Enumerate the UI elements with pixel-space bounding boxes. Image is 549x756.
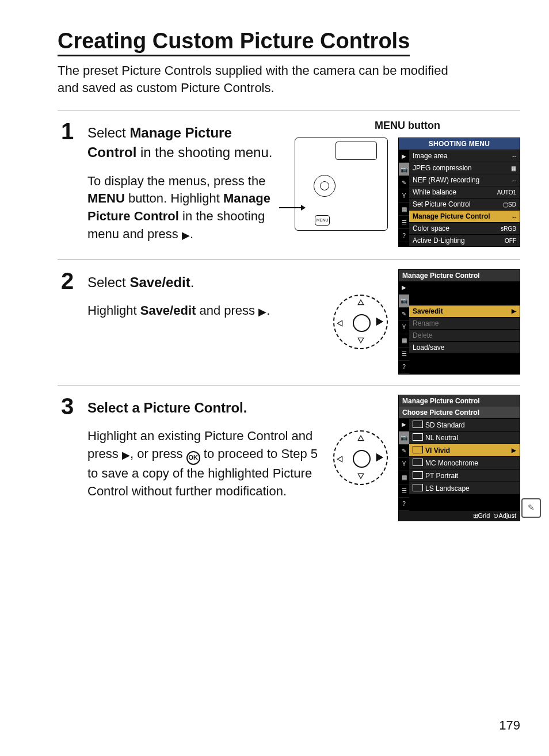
pc-name: Neutral: [436, 434, 458, 442]
lcd-side-icon: ▶: [399, 281, 409, 295]
text: in the shooting menu.: [136, 144, 272, 160]
text: , or press: [130, 446, 186, 461]
step-1-number: 1: [58, 120, 77, 143]
lcd-menu-row: White balanceAUTO1: [409, 186, 520, 198]
lcd-side-icon: ✎: [399, 445, 409, 458]
lcd-menu-row: NEF (RAW) recording--: [409, 174, 520, 186]
intro-text: The preset Picture Controls supplied wit…: [58, 62, 460, 96]
lcd-side-icon: Y: [399, 458, 409, 471]
lcd3-subtitle: Choose Picture Control: [399, 407, 520, 418]
page-title: Creating Custom Picture Controls: [58, 29, 410, 56]
lcd-manage-picture-control: Manage Picture Control ▶📷✎Y▦☰? Save/edit…: [398, 269, 520, 375]
lcd-menu-row: Manage Picture Control--: [409, 210, 520, 222]
lcd-row-label: Active D-Lighting: [413, 236, 465, 245]
lcd-side-icon: ▶: [399, 150, 409, 163]
footer-adjust: ⊙Adjust: [493, 512, 516, 519]
pc-code: LS: [425, 484, 436, 492]
text: Select: [87, 125, 129, 140]
lcd-row-arrow: ▶: [512, 447, 516, 453]
text: .: [190, 227, 193, 241]
lcd-side-icon: ▶: [399, 418, 409, 432]
lcd-side-icon: ?: [399, 229, 409, 242]
lcd-row-value: ▢SD: [503, 201, 516, 208]
divider: [58, 385, 520, 385]
step-1-paragraph: To display the menus, press the MENU but…: [87, 173, 283, 243]
picture-control-icon: [413, 446, 423, 453]
lcd-menu-row: VI Vivid▶: [409, 444, 520, 456]
lcd-row-value: ▦: [511, 165, 516, 171]
lcd-side-icon: 📷: [399, 295, 409, 308]
lcd-side-icon: ☰: [399, 216, 409, 229]
text: Highlight: [87, 303, 140, 318]
lcd-side-icon: ✎: [399, 308, 409, 321]
lcd-side-icons: ▶📷✎Y▦☰?: [399, 418, 409, 511]
lcd-menu-row: PT Portrait: [409, 469, 520, 482]
pc-code: MC: [425, 459, 438, 467]
lcd-side-icons: ▶📷✎Y▦☰?: [399, 150, 409, 246]
multi-selector-illustration: [333, 295, 388, 349]
lcd-row-label: Image area: [413, 152, 448, 160]
lcd-side-icon: ☰: [399, 348, 409, 361]
menu-word: MENU: [87, 191, 125, 205]
lcd-menu-row: Active D-LightingOFF: [409, 234, 520, 246]
lcd-side-icon: ▦: [399, 471, 409, 484]
picture-control-icon: [413, 471, 423, 479]
lcd-menu-row: Image area--: [409, 150, 520, 162]
lcd-row-label: Rename: [413, 319, 439, 327]
right-arrow-icon: ▶: [122, 449, 130, 461]
pc-name: Vivid: [434, 446, 450, 455]
step-1: 1 Select Manage Picture Control in the s…: [58, 120, 520, 249]
lcd-menu-row: Load/save: [409, 341, 520, 353]
right-arrow-icon: ▶: [258, 306, 266, 318]
step-2: 2 Select Save/edit. Highlight Save/edit …: [58, 269, 520, 375]
dpad-left-icon: [337, 319, 344, 329]
lcd1-title: SHOOTING MENU: [399, 138, 520, 150]
text-bold: Save/edit: [140, 303, 196, 318]
dpad-left-icon: [337, 455, 344, 465]
step-3-paragraph: Highlight an existing Picture Control an…: [87, 427, 322, 500]
pc-code: SD: [425, 421, 437, 429]
lcd-row-label: PT Portrait: [413, 471, 458, 480]
ok-button-icon: OK: [186, 451, 200, 465]
lcd-menu-row: JPEG compression▦: [409, 162, 520, 174]
lcd-row-label: SD Standard: [413, 421, 465, 429]
lcd-spacer: [409, 281, 520, 305]
lcd-row-label: LS Landscape: [413, 484, 470, 492]
lcd-side-icon: 📷: [399, 432, 409, 445]
picture-control-icon: [413, 433, 423, 441]
lcd-menu-row: NL Neutral: [409, 431, 520, 444]
step-3-number: 3: [58, 395, 77, 418]
lcd-menu-row: Set Picture Control▢SD: [409, 198, 520, 210]
lcd-row-value: --: [512, 153, 516, 159]
lcd-side-icon: ▦: [399, 203, 409, 216]
lcd-row-label: NEF (RAW) recording: [413, 176, 479, 184]
dpad-right-icon: [374, 452, 384, 465]
lcd-side-icon: ?: [399, 361, 409, 374]
pc-name: Standard: [437, 421, 465, 429]
lcd-row-value: --: [512, 177, 516, 184]
pointer-arrow-icon: [279, 207, 302, 208]
lcd-side-icon: Y: [399, 321, 409, 334]
step-2-heading: Select Save/edit.: [87, 273, 322, 292]
text: and press: [196, 303, 258, 318]
lcd-row-value: sRGB: [501, 226, 516, 232]
step-2-number: 2: [58, 269, 77, 292]
camera-illustration: MENU: [295, 138, 388, 231]
lcd-shooting-menu: SHOOTING MENU ▶📷✎Y▦☰? Image area--JPEG c…: [398, 138, 520, 247]
divider: [58, 259, 520, 260]
pc-code: VI: [425, 446, 434, 455]
lcd2-title: Manage Picture Control: [399, 270, 520, 281]
pc-name: Portrait: [436, 472, 458, 480]
step-1-heading: Select Manage Picture Control in the sho…: [87, 123, 283, 162]
lcd-side-icons: ▶📷✎Y▦☰?: [399, 281, 409, 374]
footer-grid: ⊞Grid: [473, 512, 490, 519]
divider: [58, 110, 520, 110]
lcd-menu-row: Delete: [409, 329, 520, 341]
lcd-row-arrow: ▶: [512, 308, 516, 314]
lcd-menu-row: Color spacesRGB: [409, 222, 520, 234]
lcd-menu-row: MC Monochrome: [409, 456, 520, 469]
lcd-row-label: Delete: [413, 331, 433, 339]
lcd-menu-row: Save/edit▶: [409, 305, 520, 317]
lcd-side-icon: 📷: [399, 163, 409, 176]
lcd-row-label: Manage Picture Control: [413, 212, 490, 220]
